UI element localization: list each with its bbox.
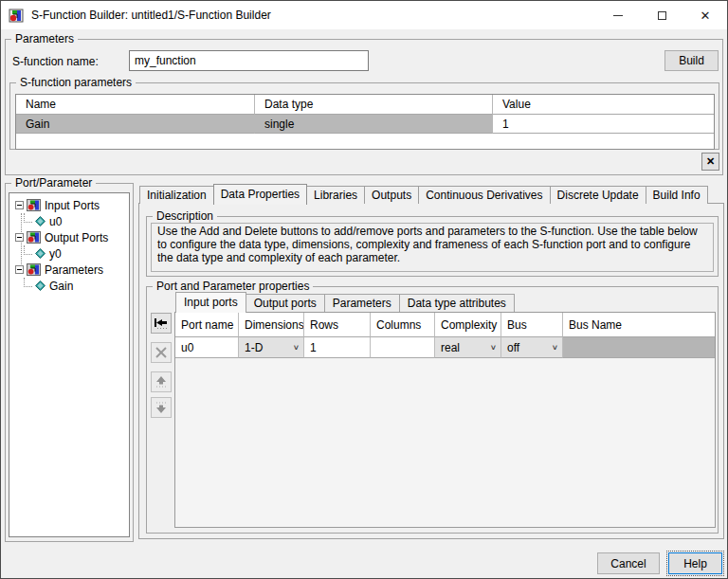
tree-node-parameters[interactable]: Parameters: [11, 262, 127, 278]
window-controls: ✕: [596, 1, 727, 29]
tree-node-label: Output Ports: [45, 231, 108, 244]
sfp-col-datatype[interactable]: Data type: [255, 95, 493, 115]
col-dimensions[interactable]: Dimensions: [239, 313, 304, 337]
cell-columns[interactable]: [371, 337, 435, 358]
tree-leaf-gain[interactable]: Gain: [11, 278, 127, 294]
complexity-value: real: [441, 341, 460, 354]
simulink-app-icon: [9, 9, 25, 23]
minimize-icon: [613, 15, 623, 16]
window-title: S-Function Builder: untitled1/S-Function…: [31, 9, 271, 22]
maximize-button[interactable]: [640, 1, 683, 29]
move-up-button[interactable]: [151, 371, 172, 392]
collapse-expander-icon[interactable]: [15, 233, 24, 242]
tab-output-ports[interactable]: Output ports: [246, 294, 325, 312]
tree-elbow-connector: [24, 278, 32, 287]
port-diamond-icon: [35, 216, 46, 226]
col-columns[interactable]: Columns: [371, 313, 435, 337]
chevron-down-icon: ∨: [293, 343, 300, 352]
cell-port-name[interactable]: u0: [175, 337, 239, 358]
ports-block-icon: [27, 199, 41, 211]
port-properties-tab-strip: Input ports Output ports Parameters Data…: [175, 292, 514, 312]
cell-bus-name: [563, 337, 715, 358]
tab-data-type-attributes[interactable]: Data type attributes: [399, 294, 515, 312]
col-bus-name[interactable]: Bus Name: [563, 313, 715, 337]
col-bus[interactable]: Bus: [501, 313, 563, 337]
cell-bus-dropdown[interactable]: off ∨: [501, 337, 563, 358]
parameters-group: Parameters S-function name: my_function …: [5, 39, 723, 175]
add-port-button[interactable]: [151, 313, 172, 334]
maximize-icon: [658, 11, 666, 20]
port-properties-group-label: Port and Parameter properties: [153, 280, 313, 293]
cell-dimensions-dropdown[interactable]: 1-D ∨: [239, 337, 304, 358]
delete-port-x-icon: [155, 346, 168, 359]
sfunction-parameters-group: S-function parameters Name Data type Val…: [9, 82, 719, 150]
ports-header-row: Port name Dimensions Rows Columns Comple…: [175, 313, 715, 337]
cancel-button[interactable]: Cancel: [597, 552, 660, 574]
port-diamond-icon: [35, 280, 46, 291]
port-row-u0: u0 1-D ∨ 1 real ∨ off ∨: [175, 337, 715, 358]
tab-libraries[interactable]: Libraries: [306, 186, 365, 204]
tab-outputs[interactable]: Outputs: [364, 186, 419, 204]
tab-parameters[interactable]: Parameters: [324, 294, 400, 312]
tab-continuous-derivatives[interactable]: Continuous Derivatives: [418, 186, 550, 204]
title-bar: S-Function Builder: untitled1/S-Function…: [1, 1, 727, 29]
col-port-name[interactable]: Port name: [175, 313, 239, 337]
close-icon: ✕: [701, 9, 711, 23]
tree-node-input-ports[interactable]: Input Ports: [11, 197, 127, 213]
arrow-down-icon: [155, 401, 168, 414]
build-button[interactable]: Build: [664, 50, 719, 71]
description-group-label: Description: [153, 209, 217, 223]
tab-data-properties[interactable]: Data Properties: [213, 184, 307, 205]
sfp-cell-datatype[interactable]: single: [255, 115, 493, 134]
move-down-button[interactable]: [151, 397, 172, 418]
delete-port-button[interactable]: [151, 342, 172, 363]
tree-leaf-label: u0: [49, 215, 62, 228]
tree-leaf-y0[interactable]: y0: [11, 245, 127, 262]
ports-block-icon: [27, 231, 41, 244]
close-button[interactable]: ✕: [683, 1, 727, 29]
main-tab-strip: Initialization Data Properties Libraries…: [139, 185, 707, 204]
chevron-down-icon: ∨: [490, 343, 497, 352]
sfunction-parameters-table: Name Data type Value Gain single 1: [15, 94, 715, 150]
tree-leaf-u0[interactable]: u0: [11, 213, 127, 229]
ports-block-icon: [27, 263, 41, 276]
sfunction-name-input[interactable]: my_function: [129, 50, 369, 71]
tab-build-info[interactable]: Build Info: [646, 186, 708, 204]
tab-discrete-update[interactable]: Discrete Update: [550, 186, 646, 204]
collapse-expander-icon[interactable]: [15, 265, 24, 274]
sfp-cell-value[interactable]: 1: [493, 115, 714, 134]
sfp-col-name[interactable]: Name: [16, 95, 255, 115]
sfp-cell-name[interactable]: Gain: [16, 115, 255, 134]
tab-initialization[interactable]: Initialization: [139, 186, 214, 204]
port-diamond-icon: [35, 248, 46, 259]
tree-node-output-ports[interactable]: Output Ports: [11, 229, 127, 245]
tree-leaf-label: y0: [49, 247, 62, 261]
bus-value: off: [507, 341, 519, 354]
cell-rows[interactable]: 1: [304, 337, 371, 358]
dimensions-value: 1-D: [245, 341, 263, 354]
tree-node-label: Input Ports: [45, 199, 100, 212]
tab-input-ports[interactable]: Input ports: [175, 292, 246, 313]
input-ports-table: Port name Dimensions Rows Columns Comple…: [174, 312, 716, 528]
delete-parameter-button[interactable]: ✕: [701, 153, 719, 171]
cell-complexity-dropdown[interactable]: real ∨: [435, 337, 501, 358]
sfp-col-value[interactable]: Value: [493, 95, 714, 115]
col-rows[interactable]: Rows: [304, 313, 371, 337]
collapse-expander-icon[interactable]: [15, 201, 24, 209]
parameters-group-label: Parameters: [11, 32, 78, 45]
description-group: Description Use the Add and Delete butto…: [146, 216, 719, 277]
help-button[interactable]: Help: [668, 552, 722, 574]
port-parameter-group: Port/Parameter Input Ports: [5, 183, 134, 542]
data-properties-panel: Description Use the Add and Delete butto…: [138, 203, 724, 539]
port-properties-group: Port and Parameter properties Input port…: [146, 286, 719, 534]
tree-elbow-connector: [24, 213, 32, 223]
delete-parameter-x-icon: ✕: [706, 155, 715, 168]
minimize-button[interactable]: [596, 1, 640, 29]
col-complexity[interactable]: Complexity: [435, 313, 501, 337]
chevron-down-icon: ∨: [552, 343, 558, 352]
sfp-row-gain[interactable]: Gain single 1: [16, 115, 714, 134]
sfp-header-row: Name Data type Value: [16, 95, 714, 115]
sfunction-parameters-group-label: S-function parameters: [16, 76, 136, 89]
port-parameter-tree: Input Ports u0: [9, 192, 130, 537]
tree-node-label: Parameters: [45, 263, 103, 277]
